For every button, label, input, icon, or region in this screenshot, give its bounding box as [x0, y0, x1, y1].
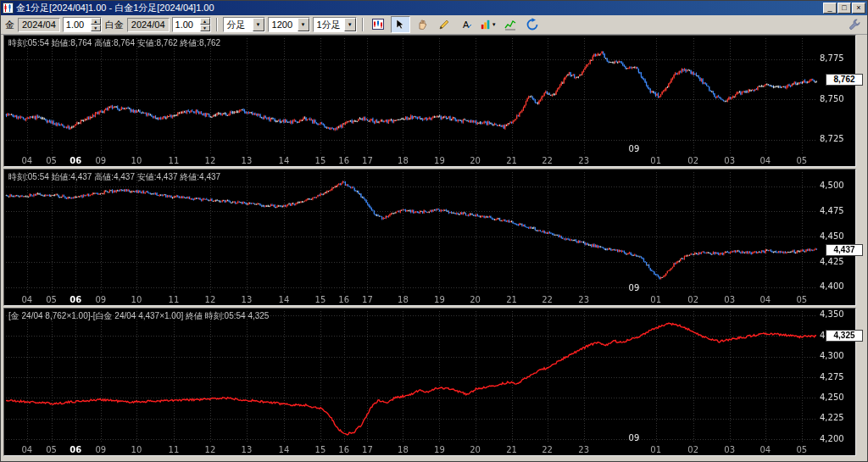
chart-type-button[interactable]: [369, 16, 388, 33]
platinum-last-price-badge: 4,437: [826, 244, 863, 256]
app-icon: [3, 3, 14, 14]
gold-contract-select[interactable]: 2024/04: [18, 18, 60, 32]
charts-area: 時刻:05:54 始値:8,764 高値:8,764 安値:8,762 終値:8…: [3, 35, 856, 456]
minimize-button[interactable]: _: [823, 3, 837, 14]
bar-chart-icon: [481, 18, 491, 31]
period-type-select[interactable]: 分足 ▼: [223, 17, 265, 32]
gold-multiplier-down-button[interactable]: ▼: [91, 25, 101, 31]
refresh-icon: [526, 18, 539, 31]
maximize-button[interactable]: □: [837, 3, 851, 14]
text-icon: A: [459, 18, 473, 31]
bar-count-select[interactable]: 1200 ▼: [268, 17, 310, 32]
gold-last-price-badge: 8,762: [826, 74, 863, 86]
platinum-candlestick-chart[interactable]: [4, 170, 855, 305]
platinum-multiplier-input[interactable]: 1.00 ▲ ▼: [172, 17, 211, 32]
period-type-value: 分足: [224, 19, 253, 31]
toolbar-separator: [216, 18, 218, 31]
gold-multiplier-input[interactable]: 1.00 ▲ ▼: [63, 17, 102, 32]
chevron-down-icon[interactable]: ▼: [298, 18, 309, 31]
chevron-down-icon[interactable]: ▼: [344, 18, 356, 31]
cursor-tool-button[interactable]: [391, 16, 410, 33]
candlestick-chart-icon: [371, 18, 385, 31]
platinum-contract-select[interactable]: 2024/04: [127, 18, 170, 32]
platinum-multiplier-up-button[interactable]: ▲: [200, 18, 210, 25]
toolbar-separator: [362, 18, 364, 31]
platinum-chart-panel: 時刻:05:54 始値:4,437 高値:4,437 安値:4,437 終値:4…: [3, 169, 856, 306]
platinum-label: 白金: [104, 19, 125, 31]
hand-icon: [415, 18, 429, 31]
bar-size-value: 1分足: [314, 19, 344, 31]
gold-candlestick-chart[interactable]: [4, 36, 855, 166]
cursor-icon: [393, 18, 407, 31]
gold-label: 金: [4, 19, 15, 31]
pencil-icon: [437, 18, 451, 31]
gold-multiplier-value: 1.00: [64, 18, 91, 31]
window-title: 金1分足[2024/04]1.00 - 白金1分足[2024/04]1.00: [16, 2, 822, 14]
spread-chart-panel: [金 24/04 8,762×1.00]-[白金 24/04 4,437×1.0…: [3, 308, 856, 456]
text-tool-button[interactable]: A: [457, 16, 476, 33]
platinum-multiplier-value: 1.00: [173, 18, 200, 31]
close-button[interactable]: ×: [852, 3, 865, 14]
bar-size-select[interactable]: 1分足 ▼: [313, 17, 357, 32]
spread-line-chart[interactable]: [4, 309, 855, 455]
platinum-multiplier-down-button[interactable]: ▼: [200, 25, 210, 31]
bar-count-value: 1200: [269, 19, 298, 30]
spread-last-price-badge: 4,325: [826, 330, 863, 342]
indicator-menu-button[interactable]: ▼: [479, 16, 498, 33]
gold-chart-panel: 時刻:05:54 始値:8,764 高値:8,764 安値:8,762 終値:8…: [3, 35, 856, 167]
chevron-down-icon[interactable]: ▼: [253, 18, 264, 31]
settings-button[interactable]: [844, 16, 864, 33]
gold-multiplier-up-button[interactable]: ▲: [91, 18, 101, 25]
svg-text:A: A: [463, 19, 470, 30]
app-window: 金1分足[2024/04]1.00 - 白金1分足[2024/04]1.00 _…: [0, 0, 868, 462]
line-chart-button[interactable]: [501, 16, 520, 33]
pan-tool-button[interactable]: [413, 16, 432, 33]
line-chart-icon: [504, 18, 517, 31]
titlebar[interactable]: 金1分足[2024/04]1.00 - 白金1分足[2024/04]1.00 _…: [1, 1, 867, 15]
toolbar: 金 2024/04 1.00 ▲ ▼ 白金 2024/04 1.00 ▲ ▼ 分…: [1, 15, 867, 35]
refresh-button[interactable]: [523, 16, 542, 33]
chevron-down-icon: ▼: [492, 22, 497, 27]
draw-line-tool-button[interactable]: [435, 16, 454, 33]
wrench-icon: [848, 18, 861, 31]
